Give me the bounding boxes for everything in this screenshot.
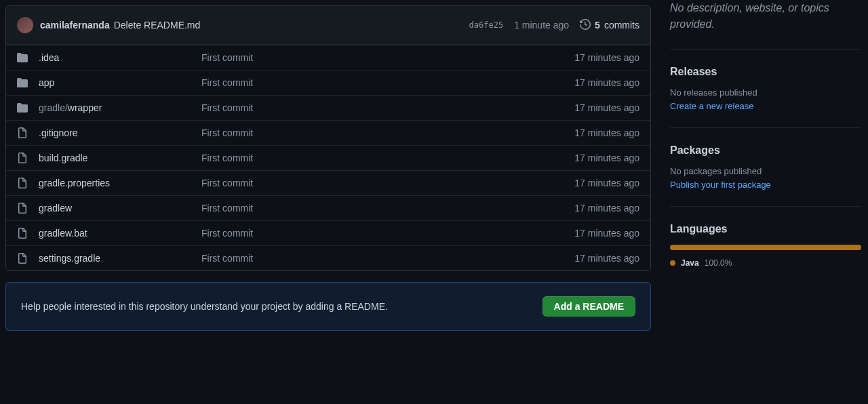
languages-section: Languages Java 100.0% [670, 223, 861, 284]
file-date: 17 minutes ago [574, 77, 639, 88]
file-icon [17, 127, 28, 138]
readme-prompt-banner: Help people interested in this repositor… [5, 282, 651, 331]
file-commit-link[interactable]: First commit [201, 228, 574, 239]
file-date: 17 minutes ago [574, 228, 639, 239]
file-name-link[interactable]: gradle.properties [39, 178, 201, 188]
languages-heading: Languages [670, 223, 861, 235]
file-commit-link[interactable]: First commit [201, 77, 574, 88]
create-release-link[interactable]: Create a new release [670, 101, 754, 111]
file-row: gradle/wrapperFirst commit17 minutes ago [6, 95, 650, 120]
language-dot [670, 260, 675, 266]
file-date: 17 minutes ago [574, 178, 639, 188]
avatar[interactable] [17, 17, 33, 33]
language-pct: 100.0% [705, 258, 732, 268]
file-row: build.gradleFirst commit17 minutes ago [6, 145, 650, 170]
language-bar[interactable] [670, 245, 861, 250]
releases-heading[interactable]: Releases [670, 66, 861, 78]
file-date: 17 minutes ago [574, 127, 639, 138]
file-icon [17, 203, 28, 214]
file-name-link[interactable]: gradlew.bat [39, 228, 201, 239]
file-date: 17 minutes ago [574, 203, 639, 214]
file-icon [17, 228, 28, 239]
language-item-java[interactable]: Java 100.0% [670, 258, 861, 268]
file-commit-link[interactable]: First commit [201, 203, 574, 214]
releases-section: Releases No releases published Create a … [670, 66, 861, 128]
language-name: Java [681, 258, 699, 268]
file-date: 17 minutes ago [574, 52, 639, 63]
latest-commit-header: camilafernanda Delete README.md da6fe25 … [6, 6, 650, 45]
file-name-link[interactable]: .idea [39, 52, 201, 63]
releases-note: No releases published [670, 87, 861, 98]
file-name-link[interactable]: .gitignore [39, 127, 201, 138]
folder-icon [17, 52, 28, 63]
add-readme-button[interactable]: Add a README [542, 296, 635, 317]
sidebar: No description, website, or topics provi… [656, 0, 868, 404]
file-row: gradlewFirst commit17 minutes ago [6, 195, 650, 220]
file-row: .gitignoreFirst commit17 minutes ago [6, 120, 650, 145]
file-row: gradlew.batFirst commit17 minutes ago [6, 220, 650, 245]
file-icon [17, 153, 28, 163]
file-commit-link[interactable]: First commit [201, 253, 574, 264]
commits-link[interactable]: 5 commits [580, 19, 639, 32]
file-commit-link[interactable]: First commit [201, 153, 574, 163]
file-row: settings.gradleFirst commit17 minutes ag… [6, 245, 650, 270]
file-browser: camilafernanda Delete README.md da6fe25 … [5, 5, 651, 271]
file-commit-link[interactable]: First commit [201, 102, 574, 113]
commit-count: 5 [595, 20, 600, 31]
file-row: appFirst commit17 minutes ago [6, 70, 650, 95]
commit-message-link[interactable]: Delete README.md [114, 20, 201, 31]
commit-sha[interactable]: da6fe25 [469, 20, 504, 30]
folder-icon [17, 102, 28, 113]
file-date: 17 minutes ago [574, 153, 639, 163]
file-commit-link[interactable]: First commit [201, 178, 574, 188]
packages-note: No packages published [670, 166, 861, 176]
file-row: .ideaFirst commit17 minutes ago [6, 45, 650, 70]
about-description: No description, website, or topics provi… [670, 0, 861, 49]
file-date: 17 minutes ago [574, 102, 639, 113]
history-icon [580, 19, 591, 32]
file-date: 17 minutes ago [574, 253, 639, 264]
file-name-link[interactable]: app [39, 77, 201, 88]
file-name-link[interactable]: build.gradle [39, 153, 201, 163]
file-icon [17, 253, 28, 264]
commit-count-label: commits [604, 20, 639, 31]
commit-author-link[interactable]: camilafernanda [40, 20, 110, 31]
file-name-link[interactable]: gradlew [39, 203, 201, 214]
file-name-link[interactable]: settings.gradle [39, 253, 201, 264]
file-icon [17, 178, 28, 188]
file-commit-link[interactable]: First commit [201, 52, 574, 63]
packages-section: Packages No packages published Publish y… [670, 144, 861, 207]
file-name-link[interactable]: gradle/wrapper [39, 102, 201, 113]
file-commit-link[interactable]: First commit [201, 127, 574, 138]
readme-prompt-text: Help people interested in this repositor… [21, 301, 388, 312]
file-row: gradle.propertiesFirst commit17 minutes … [6, 170, 650, 195]
folder-icon [17, 77, 28, 88]
commit-time: 1 minute ago [514, 20, 569, 31]
packages-heading[interactable]: Packages [670, 144, 861, 157]
publish-package-link[interactable]: Publish your first package [670, 180, 771, 190]
